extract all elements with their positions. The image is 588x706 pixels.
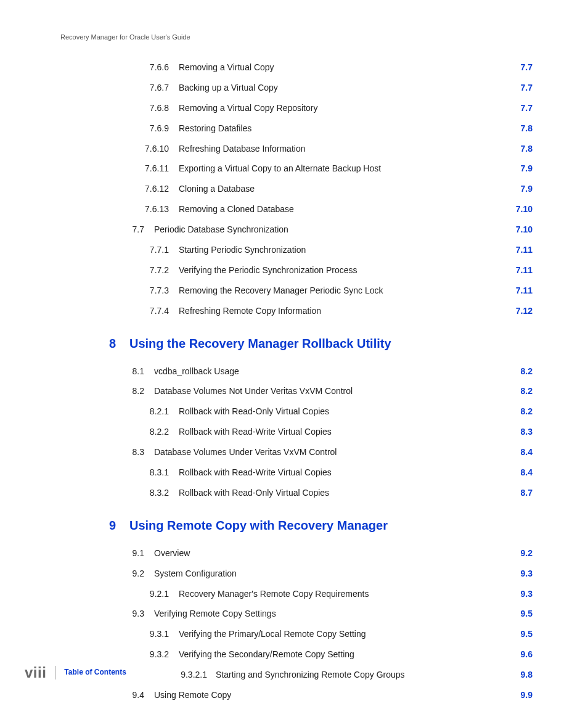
toc-entry-number: 9.3 (55, 608, 154, 620)
toc-entry-title[interactable]: Removing a Cloned Database (179, 203, 496, 215)
toc-entry-page[interactable]: 7.12 (496, 305, 533, 317)
toc-entry-title[interactable]: vcdba_rollback Usage (154, 366, 496, 377)
toc-entry-number: 8.3.1 (55, 467, 179, 478)
toc-entry: 7.7.3Removing the Recovery Manager Perio… (55, 285, 533, 297)
chapter-title[interactable]: Using the Recovery Manager Rollback Util… (129, 335, 391, 352)
toc-entry-page[interactable]: 9.8 (496, 669, 533, 681)
toc-entry-number: 7.6.6 (55, 62, 179, 73)
toc-entry-page[interactable]: 7.7 (496, 82, 533, 94)
toc-entry-page[interactable]: 9.3 (496, 588, 533, 600)
toc-entry-number: 7.6.10 (55, 143, 179, 155)
toc-entry-page[interactable]: 8.2 (496, 385, 533, 397)
page-folio: viii (25, 664, 55, 681)
toc-entry-number: 7.7.1 (55, 244, 179, 256)
toc-entry: 7.7.4Refreshing Remote Copy Information7… (55, 305, 533, 317)
toc-entry-number: 7.7.4 (55, 305, 179, 317)
toc-entry-title[interactable]: Overview (154, 548, 496, 559)
toc-entry-title[interactable]: Rollback with Read-Write Virtual Copies (179, 467, 496, 478)
toc-entry-page[interactable]: 7.10 (496, 224, 533, 236)
toc-entry-title[interactable]: Rollback with Read-Only Virtual Copies (179, 487, 496, 499)
toc-entry-title[interactable]: Rollback with Read-Only Virtual Copies (179, 406, 496, 417)
toc-entry-title[interactable]: Verifying Remote Copy Settings (154, 608, 496, 620)
toc-entry-page[interactable]: 7.9 (496, 183, 533, 195)
toc-entry: 7.7.2Verifying the Periodic Synchronizat… (55, 265, 533, 276)
toc-entry-page[interactable]: 9.3 (496, 568, 533, 580)
toc-entry-page[interactable]: 8.7 (496, 487, 533, 499)
chapter-title[interactable]: Using Remote Copy with Recovery Manager (129, 517, 388, 534)
toc-entry-title[interactable]: Using Remote Copy (154, 689, 496, 701)
toc-entry-number: 7.7 (55, 224, 154, 236)
toc-entry-number: 7.6.9 (55, 123, 179, 134)
toc-entry: 8.3.1Rollback with Read-Write Virtual Co… (55, 467, 533, 478)
toc-entry-number: 9.3.1 (55, 628, 179, 640)
toc-entry-page[interactable]: 8.4 (496, 467, 533, 478)
toc-entry-title[interactable]: Rollback with Read-Write Virtual Copies (179, 426, 496, 438)
toc-entry-title[interactable]: Starting Periodic Synchronization (179, 244, 496, 256)
toc-entry-page[interactable]: 8.2 (496, 406, 533, 417)
toc-entry-title[interactable]: Refreshing Remote Copy Information (179, 305, 496, 317)
toc-entry-title[interactable]: Database Volumes Under Veritas VxVM Cont… (154, 446, 496, 458)
toc-entry-title[interactable]: System Configuration (154, 568, 496, 580)
toc-entry: 7.7.1Starting Periodic Synchronization7.… (55, 244, 533, 256)
chapter-heading: 8Using the Recovery Manager Rollback Uti… (55, 335, 533, 352)
toc-entry-title[interactable]: Database Volumes Not Under Veritas VxVM … (154, 385, 496, 397)
toc-entry-title[interactable]: Cloning a Database (179, 183, 496, 195)
toc-entry-page[interactable]: 7.10 (496, 203, 533, 215)
toc-entry-title[interactable]: Refreshing Database Information (179, 143, 496, 155)
toc-entry-page[interactable]: 7.7 (496, 62, 533, 73)
toc-entry-title[interactable]: Verifying the Primary/Local Remote Copy … (179, 628, 496, 640)
toc-entry-number: 7.6.12 (55, 183, 179, 195)
toc-entry-page[interactable]: 7.8 (496, 123, 533, 134)
toc-entry-page[interactable]: 7.9 (496, 163, 533, 174)
toc-entry: 7.6.9Restoring Datafiles7.8 (55, 123, 533, 134)
toc-entry: 8.1vcdba_rollback Usage8.2 (55, 366, 533, 377)
toc-entry-page[interactable]: 9.2 (496, 548, 533, 559)
toc-entry-page[interactable]: 9.6 (496, 649, 533, 660)
toc-entry: 9.3.1Verifying the Primary/Local Remote … (55, 628, 533, 640)
toc-entry-title[interactable]: Recovery Manager's Remote Copy Requireme… (179, 588, 496, 600)
toc-entry-number: 8.2.2 (55, 426, 179, 438)
table-of-contents: 7.6.6Removing a Virtual Copy7.77.6.7Back… (55, 62, 533, 701)
toc-entry-number: 7.7.2 (55, 265, 179, 276)
running-header: Recovery Manager for Oracle User's Guide (60, 33, 533, 41)
toc-entry: 9.1Overview9.2 (55, 548, 533, 559)
toc-entry-page[interactable]: 7.7 (496, 102, 533, 114)
toc-entry: 7.6.13Removing a Cloned Database7.10 (55, 203, 533, 215)
toc-entry-title[interactable]: Starting and Synchronizing Remote Copy G… (216, 669, 496, 681)
toc-entry-page[interactable]: 9.5 (496, 608, 533, 620)
toc-entry-title[interactable]: Verifying the Periodic Synchronization P… (179, 265, 496, 276)
toc-entry-page[interactable]: 7.8 (496, 143, 533, 155)
toc-entry: 7.6.6Removing a Virtual Copy7.7 (55, 62, 533, 73)
toc-entry-page[interactable]: 7.11 (496, 244, 533, 256)
toc-entry-title[interactable]: Exporting a Virtual Copy to an Alternate… (179, 163, 496, 174)
document-page: Recovery Manager for Oracle User's Guide… (0, 0, 588, 706)
toc-entry: 8.3Database Volumes Under Veritas VxVM C… (55, 446, 533, 458)
page-footer: viii Table of Contents (25, 664, 126, 681)
toc-entry-number: 7.6.7 (55, 82, 179, 94)
toc-entry-title[interactable]: Removing a Virtual Copy (179, 62, 496, 73)
toc-entry-title[interactable]: Removing the Recovery Manager Periodic S… (179, 285, 496, 297)
toc-entry-title[interactable]: Verifying the Secondary/Remote Copy Sett… (179, 649, 496, 660)
toc-entry: 9.2.1Recovery Manager's Remote Copy Requ… (55, 588, 533, 600)
toc-entry: 8.2.2Rollback with Read-Write Virtual Co… (55, 426, 533, 438)
toc-entry-number: 8.2.1 (55, 406, 179, 417)
toc-entry-page[interactable]: 8.2 (496, 366, 533, 377)
chapter-heading: 9Using Remote Copy with Recovery Manager (55, 517, 533, 534)
toc-entry-title[interactable]: Periodic Database Synchronization (154, 224, 496, 236)
toc-entry-page[interactable]: 9.9 (496, 689, 533, 701)
toc-entry-page[interactable]: 8.4 (496, 446, 533, 458)
toc-entry-page[interactable]: 7.11 (496, 265, 533, 276)
toc-entry-page[interactable]: 8.3 (496, 426, 533, 438)
toc-entry: 8.2.1Rollback with Read-Only Virtual Cop… (55, 406, 533, 417)
toc-entry-number: 8.1 (55, 366, 154, 377)
toc-entry-title[interactable]: Restoring Datafiles (179, 123, 496, 134)
toc-entry-title[interactable]: Removing a Virtual Copy Repository (179, 102, 496, 114)
toc-entry: 7.6.11Exporting a Virtual Copy to an Alt… (55, 163, 533, 174)
toc-entry-page[interactable]: 9.5 (496, 628, 533, 640)
toc-entry: 8.2Database Volumes Not Under Veritas Vx… (55, 385, 533, 397)
toc-entry-title[interactable]: Backing up a Virtual Copy (179, 82, 496, 94)
toc-entry: 7.6.8Removing a Virtual Copy Repository7… (55, 102, 533, 114)
toc-entry-page[interactable]: 7.11 (496, 285, 533, 297)
toc-entry-number: 7.6.8 (55, 102, 179, 114)
footer-label: Table of Contents (55, 666, 126, 679)
